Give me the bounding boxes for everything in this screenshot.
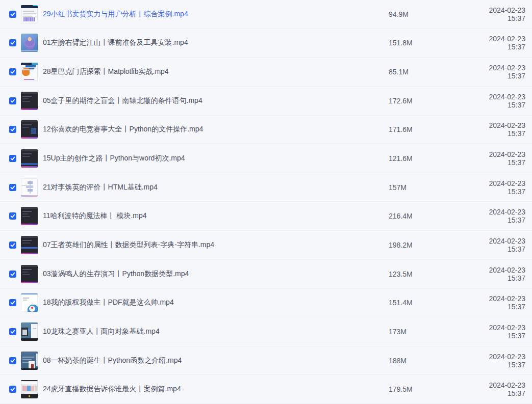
file-size: 151.4M	[389, 299, 470, 307]
row-checkbox[interactable]	[9, 11, 16, 18]
file-size: 94.9M	[389, 10, 470, 18]
file-row[interactable]: 21对李焕英的评价丨HTML基础.mp4 157M 2024-02-23 15:…	[0, 173, 532, 202]
file-date: 2024-02-23 15:37	[470, 121, 525, 138]
file-date: 2024-02-23 15:37	[470, 64, 525, 80]
file-name-link[interactable]: 24虎牙直播数据告诉你谁最火丨案例篇.mp4	[43, 385, 389, 394]
file-name-link[interactable]: 10龙珠之赛亚人丨面向对象基础.mp4	[43, 327, 389, 336]
row-checkbox[interactable]	[9, 299, 16, 306]
file-date: 2024-02-23 15:37	[470, 93, 525, 109]
file-name-link[interactable]: 07王者英雄们的属性丨数据类型列表-字典-字符串.mp4	[43, 240, 389, 250]
file-date: 2024-02-23 15:37	[470, 294, 525, 311]
file-size: 121.6M	[389, 154, 470, 163]
file-size: 173M	[389, 328, 470, 336]
video-thumbnail	[21, 120, 38, 139]
file-name-link[interactable]: 21对李焕英的评价丨HTML基础.mp4	[43, 183, 389, 192]
check-icon	[10, 358, 15, 363]
file-date: 2024-02-23 15:37	[470, 6, 525, 22]
row-checkbox[interactable]	[9, 357, 16, 364]
file-name-link[interactable]: 08一杯奶茶的诞生丨Python函数之介绍.mp4	[43, 356, 389, 365]
file-date: 2024-02-23 15:37	[470, 381, 525, 397]
file-row[interactable]: 08一杯奶茶的诞生丨Python函数之介绍.mp4 188M 2024-02-2…	[0, 346, 532, 375]
file-name-link[interactable]: 03漩涡鸣人的生存演习丨Python数据类型.mp4	[43, 270, 389, 279]
file-size: 198.2M	[389, 241, 470, 249]
check-icon	[10, 40, 15, 45]
video-thumbnail	[21, 63, 38, 81]
file-row[interactable]: 15Up主的创作之路丨Python与word初次.mp4 121.6M 2024…	[0, 144, 532, 173]
file-date: 2024-02-23 15:37	[470, 35, 525, 51]
row-checkbox[interactable]	[9, 386, 16, 393]
row-checkbox[interactable]	[9, 212, 16, 220]
row-checkbox[interactable]	[9, 184, 16, 191]
file-name-link[interactable]: 29小红书卖货实力与用户分析丨综合案例.mp4	[43, 10, 389, 19]
check-icon	[10, 213, 15, 219]
file-size: 123.5M	[389, 270, 470, 278]
file-row[interactable]: 18我的版权我做主丨PDF就是这么帅.mp4 151.4M 2024-02-23…	[0, 288, 532, 317]
check-icon	[10, 329, 15, 334]
video-thumbnail	[21, 265, 38, 283]
row-checkbox[interactable]	[9, 68, 16, 75]
check-icon	[10, 156, 15, 161]
file-name-link[interactable]: 12你喜欢的电竞赛事大全丨Python的文件操作.mp4	[43, 125, 389, 134]
file-date: 2024-02-23 15:37	[470, 150, 525, 167]
file-size: 188M	[389, 357, 470, 365]
row-checkbox[interactable]	[9, 126, 16, 133]
row-checkbox[interactable]	[9, 155, 16, 162]
file-row[interactable]: 12你喜欢的电竞赛事大全丨Python的文件操作.mp4 171.6M 2024…	[0, 116, 532, 145]
video-thumbnail	[21, 207, 38, 225]
file-row[interactable]: 01左膀右臂定江山丨课前准备及工具安装.mp4 151.8M 2024-02-2…	[0, 29, 532, 58]
file-date: 2024-02-23 15:37	[470, 353, 525, 369]
check-icon	[10, 387, 15, 392]
file-name-link[interactable]: 05盒子里的期待之盲盒丨南辕北辙的条件语句.mp4	[43, 96, 389, 105]
file-date: 2024-02-23 15:37	[470, 179, 525, 196]
row-checkbox[interactable]	[9, 39, 16, 46]
row-checkbox[interactable]	[9, 328, 16, 335]
file-date: 2024-02-23 15:37	[470, 208, 525, 224]
file-row[interactable]: 05盒子里的期待之盲盒丨南辕北辙的条件语句.mp4 172.6M 2024-02…	[0, 87, 532, 116]
video-thumbnail	[21, 352, 38, 370]
file-row[interactable]: 29小红书卖货实力与用户分析丨综合案例.mp4 94.9M 2024-02-23…	[0, 0, 532, 29]
check-icon	[10, 272, 15, 277]
file-size: 172.6M	[389, 97, 470, 105]
video-thumbnail	[21, 293, 38, 312]
video-thumbnail	[21, 236, 38, 254]
video-thumbnail	[21, 322, 38, 341]
file-size: 216.4M	[389, 212, 470, 220]
file-name-link[interactable]: 15Up主的创作之路丨Python与word初次.mp4	[43, 154, 389, 163]
video-thumbnail	[21, 92, 38, 110]
file-date: 2024-02-23 15:37	[470, 237, 525, 253]
check-icon	[10, 300, 15, 305]
video-thumbnail	[21, 149, 38, 168]
file-size: 171.6M	[389, 125, 470, 133]
file-row[interactable]: 28星巴克门店探索丨Matplotlib实战.mp4 85.1M 2024-02…	[0, 58, 532, 87]
file-name-link[interactable]: 18我的版权我做主丨PDF就是这么帅.mp4	[43, 298, 389, 307]
file-row[interactable]: 07王者英雄们的属性丨数据类型列表-字典-字符串.mp4 198.2M 2024…	[0, 231, 532, 260]
file-date: 2024-02-23 15:37	[470, 324, 525, 340]
row-checkbox[interactable]	[9, 271, 16, 278]
file-size: 157M	[389, 183, 470, 192]
file-size: 85.1M	[389, 68, 470, 76]
file-list: 29小红书卖货实力与用户分析丨综合案例.mp4 94.9M 2024-02-23…	[0, 0, 532, 404]
video-thumbnail	[21, 178, 38, 197]
check-icon	[10, 127, 15, 132]
file-row[interactable]: 24虎牙直播数据告诉你谁最火丨案例篇.mp4 179.5M 2024-02-23…	[0, 375, 532, 404]
row-checkbox[interactable]	[9, 241, 16, 249]
file-row[interactable]: 10龙珠之赛亚人丨面向对象基础.mp4 173M 2024-02-23 15:3…	[0, 317, 532, 346]
check-icon	[10, 12, 15, 17]
row-checkbox[interactable]	[9, 97, 16, 104]
file-name-link[interactable]: 01左膀右臂定江山丨课前准备及工具安装.mp4	[43, 38, 389, 47]
file-date: 2024-02-23 15:37	[470, 266, 525, 282]
check-icon	[10, 185, 15, 190]
file-size: 179.5M	[389, 385, 470, 393]
file-row[interactable]: 03漩涡鸣人的生存演习丨Python数据类型.mp4 123.5M 2024-0…	[0, 260, 532, 289]
file-size: 151.8M	[389, 39, 470, 47]
video-thumbnail	[21, 34, 38, 52]
check-icon	[10, 243, 15, 248]
check-icon	[10, 98, 15, 103]
check-icon	[10, 69, 15, 74]
file-name-link[interactable]: 28星巴克门店探索丨Matplotlib实战.mp4	[43, 67, 389, 76]
video-thumbnail	[21, 5, 38, 23]
file-name-link[interactable]: 11哈利波特的魔法棒丨 模块.mp4	[43, 211, 389, 221]
video-thumbnail	[21, 380, 38, 398]
file-row[interactable]: 11哈利波特的魔法棒丨 模块.mp4 216.4M 2024-02-23 15:…	[0, 202, 532, 231]
